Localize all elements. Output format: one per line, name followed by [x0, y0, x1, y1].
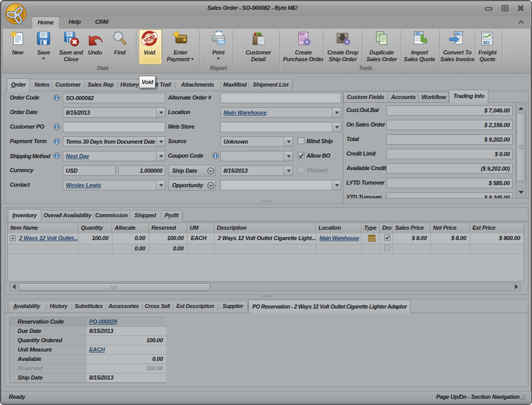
svg-text:SQ: SQ	[415, 32, 420, 36]
svg-text:$O: $O	[483, 39, 489, 45]
svg-text:PO: PO	[300, 33, 305, 36]
svg-text:INV: INV	[455, 32, 461, 35]
